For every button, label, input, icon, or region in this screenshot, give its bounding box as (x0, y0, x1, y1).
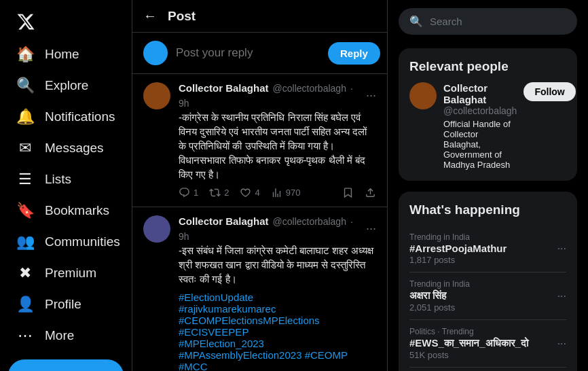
trend-header: Trending in India अक्षरा सिंह 2,051 post… (409, 279, 566, 313)
reply-action[interactable]: 1 (179, 187, 198, 198)
tweet-handle: @collectorbalagh (273, 83, 346, 94)
profile-icon: 👤 (16, 296, 34, 313)
rel-person-avatar (409, 82, 437, 109)
sidebar-item-lists[interactable]: ☰ Lists (8, 164, 124, 195)
bookmark-action[interactable] (342, 187, 354, 198)
sidebar: 🏠 Home 🔍 Explore 🔔 Notifications ✉ Messa… (0, 0, 132, 371)
trend-header: Trending in India #ArrestPoojaMathur 1,8… (409, 232, 566, 265)
tweet-card: Collector Balaghat @collectorbalagh · 9h… (132, 74, 387, 207)
sidebar-label-premium: Premium (45, 266, 96, 281)
rel-person-bio: Official Handle of Collector Balaghat, G… (443, 119, 517, 170)
communities-icon: 👥 (16, 233, 34, 251)
relevant-people-panel: Relevant people Collector Balaghat @coll… (399, 48, 577, 181)
explore-icon: 🔍 (16, 77, 34, 94)
like-count: 4 (255, 188, 259, 198)
tweet-more-button[interactable]: ··· (366, 88, 376, 103)
trend-posts: 1,817 posts (409, 255, 507, 265)
search-icon: 🔍 (409, 15, 423, 28)
reply-input[interactable] (176, 46, 320, 60)
follow-button[interactable]: Follow (523, 82, 575, 101)
whats-happening-panel: What's happening Trending in India #Arre… (399, 192, 577, 371)
tweet-body: Collector Balaghat @collectorbalagh · 9h… (179, 82, 376, 198)
lists-icon: ☰ (16, 171, 34, 188)
trend-content: Trending in India #ArrestPoojaMathur 1,8… (409, 232, 507, 265)
trend-category: Trending in India (409, 279, 470, 289)
tweet-text: -कांग्रेस के स्थानीय प्रतिनिधि निराला सि… (179, 110, 376, 181)
trend-content: Politics · Trending #EWS_का_समान_अधिकार_… (409, 327, 528, 360)
trend-more-icon[interactable]: ··· (557, 243, 566, 255)
messages-icon: ✉ (16, 139, 34, 157)
trend-content: Trending in India अक्षरा सिंह 2,051 post… (409, 279, 470, 313)
page-title: Post (168, 9, 196, 24)
share-action[interactable] (365, 187, 376, 198)
trends-list: Trending in India #ArrestPoojaMathur 1,8… (409, 226, 566, 371)
views-action[interactable]: 970 (271, 187, 301, 198)
tweets-list: Collector Balaghat @collectorbalagh · 9h… (132, 74, 387, 371)
premium-icon: ✖ (16, 264, 34, 282)
tweet-header: Collector Balaghat @collectorbalagh · 9h… (179, 215, 376, 242)
trend-item[interactable]: Trending in India #ArrestPoojaMathur 1,8… (409, 226, 566, 272)
rel-person-info: Collector Balaghat @collectorbalagh Offi… (443, 82, 517, 170)
trend-category: Trending in India (409, 232, 507, 242)
right-sidebar: 🔍 Relevant people Collector Balaghat @co… (388, 0, 588, 371)
sidebar-item-more[interactable]: ⋯ More (8, 320, 124, 351)
tweet-avatar (143, 82, 170, 109)
hashtag[interactable]: #MPElection_2023 #MPAssemblyElection2023… (179, 338, 376, 371)
tweet-user-info: Collector Balaghat @collectorbalagh · 9h (179, 215, 366, 242)
trend-more-icon[interactable]: ··· (557, 338, 566, 350)
tweet-name: Collector Balaghat (179, 215, 269, 227)
tweet-card: Collector Balaghat @collectorbalagh · 9h… (132, 207, 387, 371)
tweet-name: Collector Balaghat (179, 82, 269, 94)
trend-posts: 51K posts (409, 350, 528, 360)
hashtag[interactable]: #ECISVEEPEP (179, 326, 376, 338)
relevant-person: Collector Balaghat @collectorbalagh Offi… (409, 82, 566, 170)
reply-box: Reply (132, 33, 387, 74)
home-icon: 🏠 (16, 46, 34, 63)
tweet-avatar (143, 215, 170, 243)
tweet-separator: · (350, 83, 353, 94)
hashtag[interactable]: #CEOMPElectionsMPElections (179, 315, 376, 326)
rel-person-name: Collector Balaghat (443, 82, 517, 105)
like-action[interactable]: 4 (240, 187, 259, 198)
tweet-header: Collector Balaghat @collectorbalagh · 9h… (179, 82, 376, 109)
trend-item[interactable]: Politics · Trending #EWS_का_समान_अधिकार_… (409, 320, 566, 368)
trend-item[interactable]: Trending in India अक्षरा सिंह 2,051 post… (409, 272, 566, 320)
sidebar-label-more: More (45, 328, 74, 343)
tweet-time: 9h (179, 231, 189, 242)
sidebar-item-premium[interactable]: ✖ Premium (8, 258, 124, 289)
hashtag[interactable]: #rajivkumarekumarec (179, 303, 376, 315)
search-input[interactable] (430, 16, 566, 27)
tweet-handle: @collectorbalagh (273, 216, 346, 227)
back-button[interactable]: ← (143, 8, 157, 24)
sidebar-item-profile[interactable]: 👤 Profile (8, 289, 124, 320)
reply-count: 1 (194, 188, 198, 198)
sidebar-label-notifications: Notifications (45, 109, 115, 124)
sidebar-item-home[interactable]: 🏠 Home (8, 39, 124, 70)
reply-button[interactable]: Reply (328, 42, 380, 65)
trend-more-icon[interactable]: ··· (557, 290, 566, 302)
tweet-actions: 1 2 4 970 (179, 187, 376, 198)
search-bar[interactable]: 🔍 (399, 8, 577, 35)
sidebar-item-explore[interactable]: 🔍 Explore (8, 70, 124, 101)
sidebar-item-bookmarks[interactable]: 🔖 Bookmarks (8, 195, 124, 226)
retweet-action[interactable]: 2 (209, 187, 229, 198)
tweet-separator: · (350, 216, 353, 227)
sidebar-item-notifications[interactable]: 🔔 Notifications (8, 101, 124, 132)
tweet-body: Collector Balaghat @collectorbalagh · 9h… (179, 215, 376, 371)
x-logo[interactable] (8, 5, 124, 36)
bookmarks-icon: 🔖 (16, 202, 34, 219)
trend-posts: 2,051 posts (409, 302, 470, 313)
hashtag[interactable]: #ElectionUpdate (179, 292, 376, 303)
sidebar-item-communities[interactable]: 👥 Communities (8, 226, 124, 258)
sidebar-label-explore: Explore (45, 78, 88, 93)
tweet-more-button[interactable]: ··· (366, 222, 376, 236)
trend-item[interactable]: Trending in India #अन्याय_के_10_साल 51.2… (409, 368, 566, 371)
user-avatar (143, 41, 168, 65)
trend-category: Politics · Trending (409, 327, 528, 336)
post-button[interactable]: Post (8, 359, 124, 371)
tweet-text: -इस संबंध में जिला कांग्रेस कमेटी बालाघा… (179, 243, 376, 286)
sidebar-label-profile: Profile (45, 297, 81, 312)
main-content: ← Post Reply Collector Balaghat @collect… (132, 0, 388, 371)
sidebar-item-messages[interactable]: ✉ Messages (8, 132, 124, 164)
sidebar-label-lists: Lists (45, 172, 71, 187)
